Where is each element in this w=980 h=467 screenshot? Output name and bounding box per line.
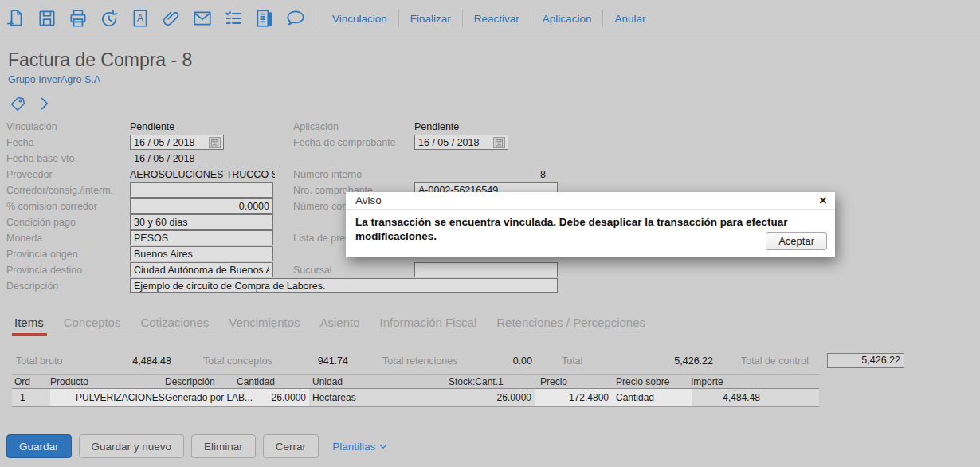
svg-text:A: A <box>137 13 143 24</box>
field-label-descripcion: Descripción <box>6 281 58 292</box>
col-header-descripcion: Descripción <box>165 376 215 387</box>
active-tab-underline <box>12 333 47 336</box>
toolbar-link-finalizar[interactable]: Finalizar <box>399 13 462 25</box>
templates-link[interactable]: Plantillas <box>332 441 388 453</box>
dialog-titlebar: Aviso × <box>346 192 835 210</box>
cell-unidad: Hectáreas <box>309 389 445 406</box>
fecha-value: 16 / 05 / 2018 <box>134 137 194 148</box>
col-header-ord: Ord <box>14 376 30 387</box>
tab-vencimientos[interactable]: Vencimientos <box>229 316 300 329</box>
col-header-precio: Precio <box>540 376 567 387</box>
tab-bar: Items Conceptos Cotizaciones Vencimiento… <box>14 316 645 329</box>
fecha-input[interactable]: 16 / 05 / 2018 <box>130 135 224 150</box>
delete-button[interactable]: Eliminar <box>191 434 256 458</box>
field-label-fecha-base-vto: Fecha base vto. <box>6 153 77 164</box>
numero-interno-value: 8 <box>414 169 546 180</box>
total-conceptos-label: Total conceptos <box>203 355 272 367</box>
col-header-unidad: Unidad <box>312 376 343 387</box>
close-button[interactable]: Cerrar <box>263 434 319 458</box>
new-document-icon[interactable] <box>0 2 31 34</box>
save-button[interactable]: Guardar <box>6 434 72 458</box>
tab-conceptos[interactable]: Conceptos <box>64 316 121 329</box>
field-label-vinculacion: Vinculación <box>6 121 57 132</box>
accept-button[interactable]: Aceptar <box>766 232 827 250</box>
tab-informacion-fiscal[interactable]: Información Fiscal <box>380 316 477 329</box>
vinculacion-value: Pendiente <box>130 121 272 132</box>
comision-input[interactable] <box>130 198 273 214</box>
field-label-proveedor: Proveedor <box>6 169 53 180</box>
email-icon[interactable] <box>186 2 218 34</box>
history-icon[interactable] <box>93 2 124 34</box>
col-header-producto: Producto <box>50 376 88 387</box>
table-row-border <box>12 406 819 407</box>
total-bruto-value: 4,484.48 <box>96 355 171 367</box>
print-icon[interactable] <box>62 2 93 34</box>
provincia-destino-input[interactable] <box>130 262 273 277</box>
cell-ord: 1 <box>12 389 50 406</box>
toolbar-link-aplicacion[interactable]: Aplicacion <box>531 13 603 25</box>
field-label-fecha: Fecha <box>6 137 34 148</box>
tab-asiento[interactable]: Asiento <box>320 316 360 329</box>
footer-actions: Guardar Guardar y nuevo Eliminar Cerrar … <box>6 434 388 458</box>
provincia-origen-input[interactable] <box>130 246 273 261</box>
field-label-numero-interno: Número interno <box>293 169 362 180</box>
fecha-base-vto-value: 16 / 05 / 2018 <box>134 153 276 164</box>
descripcion-input[interactable] <box>130 278 558 293</box>
tabs-divider <box>0 336 980 336</box>
total-control-label: Total de control <box>741 355 809 367</box>
toolbar-link-anular[interactable]: Anular <box>603 13 657 25</box>
tab-items[interactable]: Items <box>14 316 44 329</box>
aviso-dialog: Aviso × La transacción se encuentra vinc… <box>346 192 835 257</box>
moneda-input[interactable] <box>130 230 273 245</box>
cell-descripcion: Generado por LAB... <box>165 389 253 406</box>
tab-cotizaciones[interactable]: Cotizaciones <box>140 316 209 329</box>
report-icon[interactable] <box>249 2 280 34</box>
save-icon[interactable] <box>31 2 62 34</box>
col-header-stock-cant1: Stock:Cant.1 <box>449 376 504 387</box>
field-label-numero-con: Número con <box>293 201 346 212</box>
chevron-right-icon[interactable] <box>37 96 53 115</box>
condicion-pago-input[interactable] <box>130 214 273 230</box>
dialog-message: La transacción se encuentra vinculada. D… <box>346 210 816 244</box>
total-retenciones-value: 0.00 <box>454 355 532 367</box>
field-label-sucursal: Sucursal <box>293 265 332 276</box>
font-document-icon[interactable]: A <box>124 2 155 34</box>
tab-retenciones-percepciones[interactable]: Retenciones / Percepciones <box>496 316 645 329</box>
cell-stock: 26.0000 <box>445 389 535 406</box>
total-retenciones-label: Total retenciones <box>382 355 458 367</box>
checklist-icon[interactable] <box>218 2 249 34</box>
corredor-input[interactable] <box>130 182 273 198</box>
cell-producto: PULVERIZACIONES <box>50 389 165 406</box>
fecha-comprobante-value: 16 / 05 / 2018 <box>418 137 479 148</box>
calendar-icon[interactable] <box>209 137 221 148</box>
toolbar: A Vinculacion Finalizar Reactivar Aplica… <box>0 0 980 37</box>
total-control-input[interactable]: 5,426.22 <box>827 353 904 368</box>
field-label-provincia-destino: Provincia destino <box>6 265 82 276</box>
cell-precio: 172.4800 <box>535 389 612 406</box>
comment-icon[interactable] <box>280 2 311 34</box>
toolbar-link-vinculacion[interactable]: Vinculacion <box>321 13 398 25</box>
attachment-icon[interactable] <box>155 2 186 34</box>
aplicacion-value: Pendiente <box>414 121 556 132</box>
field-label-fecha-comprobante: Fecha de comprobante <box>293 137 396 148</box>
templates-label: Plantillas <box>332 441 375 453</box>
chevron-down-icon <box>378 441 388 451</box>
calendar-icon[interactable] <box>493 137 505 148</box>
company-link[interactable]: Grupo InverAgro S.A <box>8 74 100 85</box>
col-header-importe: Importe <box>691 376 723 387</box>
table-top-border <box>12 374 819 375</box>
toolbar-link-reactivar[interactable]: Reactivar <box>463 13 531 25</box>
save-and-new-button[interactable]: Guardar y nuevo <box>79 434 185 458</box>
total-label: Total <box>562 355 582 367</box>
cell-precio-sobre: Cantidad <box>612 389 692 406</box>
field-label-moneda: Moneda <box>6 233 42 244</box>
page-title: Factura de Compra - 8 <box>8 49 192 71</box>
sucursal-input[interactable] <box>414 262 558 277</box>
close-icon[interactable]: × <box>819 194 827 207</box>
tag-icon[interactable] <box>10 96 25 115</box>
toolbar-divider <box>316 6 316 30</box>
fecha-comprobante-input[interactable]: 16 / 05 / 2018 <box>414 135 508 150</box>
total-conceptos-value: 941.74 <box>271 355 348 367</box>
field-label-lista-de-precios: Lista de pre <box>293 233 346 244</box>
cell-cantidad: 26.0000 <box>253 389 309 406</box>
